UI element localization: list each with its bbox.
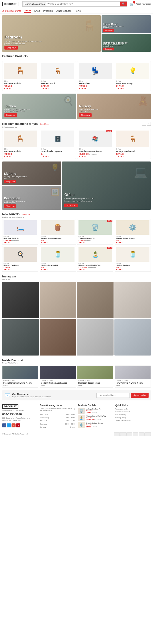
footer-product-1[interactable]: 🗑️ Vintage Kitchen Tin ★★★☆☆ £19.00 £25.…: [78, 408, 113, 414]
new-arrival-card-5[interactable]: 🍳 Kitchen Kitchen Pan Rack £79.00 ★★★★☆: [2, 246, 38, 272]
track-order[interactable]: Track your order: [136, 3, 151, 5]
insta-item-7[interactable]: [77, 319, 113, 356]
cart[interactable]: 🛒1: [130, 2, 134, 6]
footer-product-rating-1: ★★★☆☆: [86, 410, 101, 412]
rec-rating-1: ★★★★☆: [4, 155, 37, 157]
kitchen-banner-cta[interactable]: Shop now: [5, 113, 17, 117]
new-arrival-card-6[interactable]: 🫙 Kitchen Kitchen Jar with Lid £19.00 ★★…: [40, 246, 76, 272]
new-arrival-card-1[interactable]: 🛏️ Kitchen Bedroom Set Offer £149.00 £1,…: [2, 219, 38, 245]
product-price-1: £435.00: [4, 85, 37, 88]
hero-living-cta[interactable]: Shop now: [103, 29, 114, 32]
product-rating-1: ★★★★☆: [4, 88, 37, 90]
insta-item-4[interactable]: [114, 282, 151, 318]
search-button[interactable]: 🔍: [120, 2, 127, 6]
rec-card-1[interactable]: 🪑 Office Wooden Armchair £409.00 ★★★★☆: [2, 129, 38, 159]
search-category[interactable]: Search all categories: [23, 2, 46, 6]
rec-card-3[interactable]: SALE 📚 Office Scandinavian Bookcase £1,1…: [77, 129, 113, 159]
product-name-1: Wooden Armchair: [4, 82, 37, 84]
hours-row-1-days: Mon - Tue: [40, 413, 48, 416]
footer-googleplus-btn[interactable]: g+: [12, 424, 16, 428]
product-card-2[interactable]: 🪑 Office Haarlem Stool £249.00 ★★★★☆: [40, 61, 76, 91]
hours-row-3-time: 09:00 - 20:00: [65, 419, 75, 422]
insta-item-5[interactable]: [2, 319, 39, 356]
hero-main-cta[interactable]: Shop now: [5, 46, 18, 50]
product-card-3[interactable]: 💺 Office Aeron Chair £399.00 ★★★★★: [77, 61, 113, 91]
rec-next-btn[interactable]: ›: [147, 122, 151, 126]
blog-card-4[interactable]: October 27, 2018 How To Style A Living R…: [115, 366, 151, 388]
product-card-4[interactable]: 💡 Office Nova Floor Lamp £129.00 ★★★★½: [115, 61, 151, 91]
new-arrival-card-2[interactable]: 🪵 Kitchen Craved Chopping Board £29.00 ★…: [40, 219, 76, 245]
rec-price-2: £-: [41, 153, 74, 155]
footer-link-2[interactable]: Customer Support: [115, 411, 151, 413]
hero-bathroom-banner: Bathrooms & Toiletries Nothing like a cl…: [102, 34, 151, 52]
rec-prev-btn[interactable]: ‹: [142, 122, 146, 126]
footer-link-1[interactable]: Track your order: [115, 408, 151, 410]
nav-item-products[interactable]: Products: [43, 10, 53, 12]
footer-twitter-btn[interactable]: t: [7, 424, 11, 428]
blog-card-1[interactable]: October 27, 2018 Fresh Bohemian Living R…: [2, 366, 38, 388]
search-input[interactable]: [46, 2, 120, 6]
office-banner: 💻 Office Create a great work space to wo…: [62, 162, 151, 210]
insta-item-2[interactable]: [40, 282, 76, 318]
footer-pinterest-btn[interactable]: p: [16, 424, 20, 428]
footer-links-list: Track your order Customer Support Return…: [115, 408, 151, 422]
insta-item-1[interactable]: [2, 282, 39, 318]
rec-card-4[interactable]: 🪑 Office Orange Suede Chair £279.00 ★★★★…: [115, 129, 151, 159]
hero-bathroom-cta[interactable]: Shop now: [103, 48, 114, 50]
footer-product-2[interactable]: 🏝️ Kitchen Island Marble Top ★★★★☆ £1,39…: [78, 415, 113, 421]
insta-item-8[interactable]: [114, 319, 151, 356]
footer-link-3[interactable]: Return Policy: [115, 414, 151, 416]
newsletter-icon: ✉️: [5, 392, 11, 398]
product-card-1[interactable]: 🪑 Office Wooden Armchair £435.00 ★★★★☆: [2, 61, 38, 91]
footer-facebook-btn[interactable]: f: [2, 424, 6, 428]
nav-stock-clearance[interactable]: 🏷 Stock Clearance: [2, 10, 21, 12]
insta-item-6[interactable]: [40, 319, 76, 356]
recommendations-see-more[interactable]: See More: [40, 123, 49, 125]
decoration-banner: 🖼️ Decoration Decorate your home in your…: [2, 186, 61, 210]
product-image-2: 🪑: [41, 62, 74, 79]
new-arrival-name-8: Kitchen Canister: [116, 264, 149, 266]
product-price-2: £249.00: [41, 85, 74, 88]
logo[interactable]: DECORIST: [2, 2, 18, 6]
nav-item-news[interactable]: News: [75, 10, 81, 12]
footer-logo[interactable]: DECORIST: [2, 404, 18, 408]
nav-item-shop[interactable]: Shop: [34, 10, 40, 12]
new-arrival-badge-3: SALE: [107, 220, 112, 222]
insta-item-3[interactable]: [77, 282, 113, 318]
blog-card-2[interactable]: October 27, 2018 Modern Kitchen Applianc…: [40, 366, 76, 388]
new-arrival-card-4[interactable]: ⚙️ Kitchen Classic Coffee Grinder £45.00…: [115, 219, 151, 245]
newsletter-email-input[interactable]: [96, 393, 130, 398]
new-arrival-card-7[interactable]: SALE 🏝️ Kitchen Kitchen Island Marble To…: [77, 246, 113, 272]
lighting-cta[interactable]: Shop now: [4, 180, 17, 184]
footer-product-3[interactable]: ⚙️ Classic Coffee Grinder ★★★★☆ £45.00 £…: [78, 422, 113, 428]
footer-social-links: f t g+ p: [2, 424, 38, 428]
new-arrival-category-7: Kitchen: [78, 262, 112, 264]
new-arrivals-see-more[interactable]: See More: [21, 213, 30, 216]
featured-products-grid: 🪑 Office Wooden Armchair £435.00 ★★★★☆ 🪑…: [0, 61, 153, 93]
rec-category-3: Office: [79, 148, 112, 150]
rec-card-2[interactable]: 🗄️ Office Scandinavian System £- ★★★★☆: [40, 129, 76, 159]
footer-link-5[interactable]: Terms & Conditions: [115, 420, 151, 422]
footer-link-4[interactable]: Privacy Policy: [115, 416, 151, 418]
footer-product-rating-3: ★★★★☆: [86, 424, 104, 426]
decoration-cta[interactable]: Shop now: [4, 204, 17, 208]
newsletter-form: Sign Up Today!: [96, 393, 148, 398]
new-arrival-price-2: £29.00: [41, 239, 75, 242]
nursery-banner-cta[interactable]: Shop now: [79, 113, 92, 117]
instagram-grid: [0, 282, 153, 357]
blog-card-3[interactable]: October 27, 2018 Bedroom Design Ideas Id…: [77, 366, 113, 388]
rec-name-2: Scandinavian System: [41, 150, 74, 152]
new-arrival-card-3[interactable]: SALE 🗑️ Kitchen Vintage Kitchen Tin £19.…: [77, 219, 113, 245]
office-cta[interactable]: Shop now: [64, 204, 78, 207]
new-arrival-name-5: Kitchen Pan Rack: [4, 264, 37, 266]
nav-item-features[interactable]: Other features: [56, 10, 71, 12]
blog-cat-1: News: [3, 384, 37, 386]
nav-item-home[interactable]: Home: [24, 9, 31, 12]
product-rating-3: ★★★★★: [79, 88, 112, 90]
new-arrival-category-5: Kitchen: [4, 262, 37, 264]
newsletter-submit-btn[interactable]: Sign Up Today!: [131, 393, 148, 398]
rec-name-3: Scandinavian Bookcase: [79, 150, 112, 152]
new-arrival-card-8[interactable]: 🫙 Kitchen Kitchen Canister £29.00 ★★★★☆: [115, 246, 151, 272]
new-arrival-category-6: Kitchen: [41, 262, 75, 264]
nursery-banner-desc: Shop nursery furniture & accessories: [79, 108, 108, 112]
